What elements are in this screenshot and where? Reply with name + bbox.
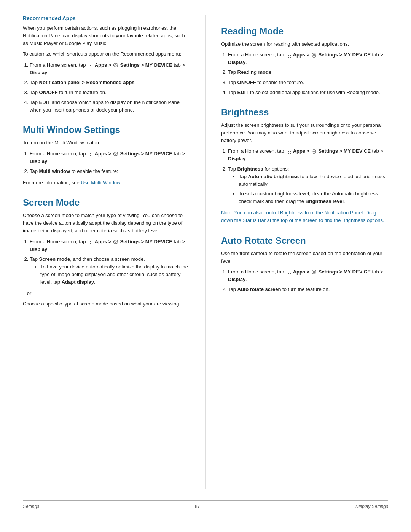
apps-icon-rm: [286, 53, 291, 58]
settings-icon-sm: [113, 239, 118, 244]
apps-icon-sm: [88, 239, 93, 244]
reading-mode-step3: Tap ON/OFF to enable the feature.: [228, 79, 388, 86]
svg-point-1: [115, 64, 116, 66]
settings-icon: [113, 62, 118, 68]
step3-bold: ON/OFF: [39, 89, 58, 95]
recommended-apps-step1: From a Home screen, tap Apps >: [30, 61, 190, 77]
step1-bold1: Apps >: [95, 62, 112, 68]
screen-mode-step2: Tap Screen mode, and then choose a scree…: [30, 256, 190, 286]
multi-window-link-prefix: For more information, see: [23, 180, 81, 185]
settings-icon-rm: [311, 53, 317, 58]
brightness-bullets: Tap Automatic brightness to allow the de…: [239, 173, 388, 206]
brightness-para1: Adjust the screen brightness to suit you…: [221, 121, 388, 144]
multi-window-title: Multi Window Settings: [23, 125, 190, 135]
brightness-step1: From a Home screen, tap Apps >: [228, 147, 388, 163]
mw-step1-bold2: Settings > MY DEVICE: [120, 151, 172, 157]
footer-right: Display Settings: [355, 504, 388, 509]
multi-window-section: Multi Window Settings To turn on the Mul…: [23, 125, 190, 187]
or-line: – or –: [23, 290, 190, 297]
reading-mode-step1: From a Home screen, tap Apps >: [228, 51, 388, 66]
multi-window-link-suffix: .: [120, 180, 122, 185]
footer-center: 87: [195, 504, 200, 509]
reading-mode-step2: Tap Reading mode.: [228, 69, 388, 76]
brightness-step2: Tap Brightness for options: Tap Automati…: [228, 165, 388, 206]
auto-rotate-step1: From a Home screen, tap Apps >: [228, 268, 388, 283]
svg-point-19: [313, 54, 315, 56]
step1-text-before: From a Home screen, tap: [30, 62, 87, 68]
recommended-apps-step3: Tap ON/OFF to turn the feature on.: [30, 89, 190, 96]
screen-mode-steps: From a Home screen, tap Apps >: [30, 238, 190, 286]
reading-mode-steps: From a Home screen, tap Apps >: [228, 51, 388, 96]
step4-text: Tap: [30, 99, 39, 105]
step1-text-after: tab >: [174, 62, 185, 68]
use-multi-window-link[interactable]: Use Multi Window: [81, 180, 120, 185]
brightness-title: Brightness: [221, 107, 388, 118]
screen-mode-bullet1: To have your device automatically optimi…: [40, 263, 190, 286]
two-column-layout: Recommended Apps When you perform certai…: [23, 15, 388, 489]
auto-rotate-steps: From a Home screen, tap Apps >: [228, 268, 388, 293]
footer: Settings 87 Display Settings: [23, 500, 388, 509]
reading-mode-title: Reading Mode: [221, 26, 388, 37]
settings-icon-br: [311, 149, 317, 154]
apps-icon: [88, 62, 93, 68]
mw-step1-before: From a Home screen, tap: [30, 151, 87, 157]
step2-text: Tap: [30, 80, 39, 85]
multi-window-link-para: For more information, see Use Multi Wind…: [23, 179, 190, 187]
step2-bold: Notification panel > Recommended apps: [39, 80, 135, 85]
settings-icon-mw: [113, 151, 118, 157]
screen-mode-section: Screen Mode Choose a screen mode to matc…: [23, 197, 190, 308]
screen-mode-or-para: Choose a specific type of screen mode ba…: [23, 300, 190, 308]
brightness-note: Note: You can also control Brightness fr…: [221, 209, 388, 224]
screen-mode-title: Screen Mode: [23, 197, 190, 208]
brightness-bullet2: To set a custom brightness level, clear …: [239, 190, 388, 205]
reading-mode-para1: Optimize the screen for reading with sel…: [221, 40, 388, 48]
step4-bold: EDIT: [39, 99, 51, 105]
auto-rotate-title: Auto Rotate Screen: [221, 235, 388, 246]
auto-rotate-step2: Tap Auto rotate screen to turn the featu…: [228, 286, 388, 293]
right-column: Reading Mode Optimize the screen for rea…: [206, 15, 388, 489]
svg-point-31: [313, 271, 315, 273]
step3-text: Tap: [30, 89, 39, 95]
svg-point-7: [115, 153, 116, 155]
step1-end: .: [47, 70, 49, 75]
settings-icon-ar: [311, 269, 317, 275]
svg-point-25: [313, 151, 315, 152]
page: Recommended Apps When you perform certai…: [0, 0, 411, 532]
mw-step1-bold1: Apps >: [95, 151, 112, 157]
mw-step1-bold3: Display: [30, 158, 47, 164]
recommended-apps-para2: To customize which shortcuts appear on t…: [23, 50, 190, 58]
screen-mode-para1: Choose a screen mode to match your type …: [23, 212, 190, 235]
step1-bold3: Display: [30, 70, 47, 75]
auto-rotate-section: Auto Rotate Screen Use the front camera …: [221, 235, 388, 294]
apps-icon-br: [286, 149, 291, 154]
svg-point-13: [115, 241, 116, 243]
multi-window-para1: To turn on the Multi Window feature:: [23, 139, 190, 147]
multi-window-steps: From a Home screen, tap Apps >: [30, 150, 190, 175]
step1-bold2: Settings > MY DEVICE: [120, 62, 172, 68]
reading-mode-step4: Tap EDIT to select additional applicatio…: [228, 89, 388, 96]
brightness-bullet1: Tap Automatic brightness to allow the de…: [239, 173, 388, 188]
screen-mode-step1: From a Home screen, tap Apps >: [30, 238, 190, 253]
recommended-apps-section: Recommended Apps When you perform certai…: [23, 15, 190, 114]
recommended-apps-title: Recommended Apps: [23, 15, 190, 21]
recommended-apps-step2: Tap Notification panel > Recommended app…: [30, 79, 190, 86]
brightness-steps: From a Home screen, tap Apps >: [228, 147, 388, 205]
multi-window-step1: From a Home screen, tap Apps >: [30, 150, 190, 165]
mw-step1-after: tab >: [174, 151, 185, 157]
reading-mode-section: Reading Mode Optimize the screen for rea…: [221, 26, 388, 96]
recommended-apps-para1: When you perform certain actions, such a…: [23, 24, 190, 47]
apps-icon-mw: [88, 151, 93, 157]
left-column: Recommended Apps When you perform certai…: [23, 15, 206, 489]
recommended-apps-step4: Tap EDIT and choose which apps to displa…: [30, 99, 190, 114]
brightness-section: Brightness Adjust the screen brightness …: [221, 107, 388, 225]
apps-icon-ar: [286, 269, 291, 275]
footer-left: Settings: [23, 504, 39, 509]
multi-window-step2: Tap Multi window to enable the feature:: [30, 168, 190, 175]
recommended-apps-steps: From a Home screen, tap Apps >: [30, 61, 190, 114]
screen-mode-bullets: To have your device automatically optimi…: [40, 263, 190, 286]
auto-rotate-para1: Use the front camera to rotate the scree…: [221, 250, 388, 265]
